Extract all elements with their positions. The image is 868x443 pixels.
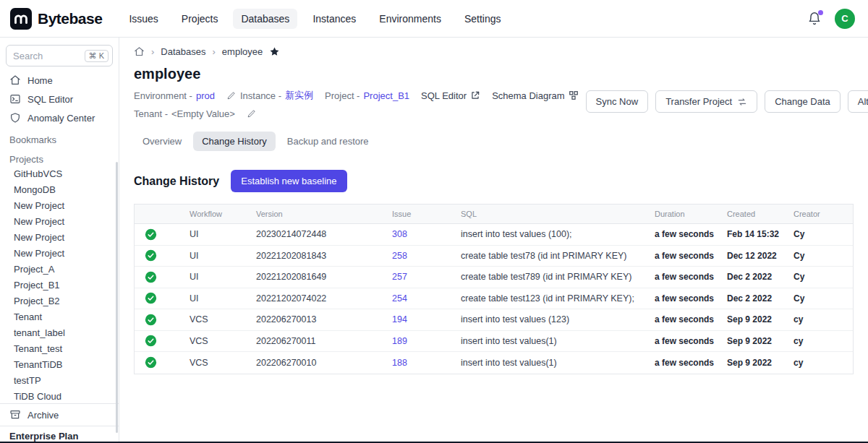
tenant-value: <Empty Value> <box>171 108 235 119</box>
breadcrumb-databases[interactable]: Databases <box>161 46 205 57</box>
created-cell: Dec 2 2022 <box>724 272 791 282</box>
table-row[interactable]: UI20230214072448308insert into test valu… <box>135 224 853 246</box>
created-cell: Dec 12 2022 <box>724 251 791 261</box>
sidebar-project-item[interactable]: New Project <box>0 246 119 262</box>
table-header-cell: SQL <box>458 210 652 218</box>
table-row[interactable]: UI20221202074022254create table test123 … <box>135 288 853 310</box>
tab-overview[interactable]: Overview <box>134 132 190 151</box>
sidebar-project-item[interactable]: New Project <box>0 198 119 214</box>
issue-link[interactable]: 189 <box>389 336 458 346</box>
table-header-cell: Duration <box>652 210 724 218</box>
topbar-right: C <box>807 9 855 29</box>
table-row[interactable]: VCS202206270011189insert into test value… <box>135 331 853 353</box>
sidebar-project-item[interactable]: Project_B2 <box>0 293 119 309</box>
sidebar-project-item[interactable]: TenantTiDB <box>0 357 119 373</box>
sidebar-project-item[interactable]: GitHubVCS <box>0 166 119 182</box>
change-data-button[interactable]: Change Data <box>765 90 841 113</box>
tab-backup-and-restore[interactable]: Backup and restore <box>278 132 378 151</box>
creator-cell: cy <box>791 336 853 346</box>
sidebar-item-sql-editor[interactable]: SQL Editor <box>0 90 119 108</box>
sidebar-scrollbar[interactable] <box>116 162 118 433</box>
sidebar-project-item[interactable]: Project_B1 <box>0 278 119 293</box>
table-header: WorkflowVersionIssueSQLDurationCreatedCr… <box>135 205 853 224</box>
sidebar-project-item[interactable]: Tenant <box>0 309 119 325</box>
project-link[interactable]: Project_B1 <box>363 90 409 101</box>
sql-cell: insert into test values (100); <box>458 229 652 239</box>
table-row[interactable]: VCS202206270010188insert into test value… <box>135 352 853 374</box>
alter-schema-button[interactable]: Alter Schema <box>848 90 868 113</box>
sidebar-item-archive[interactable]: Archive <box>0 403 119 426</box>
sidebar-item-label: SQL Editor <box>27 94 73 105</box>
sql-cell: insert into test values (123) <box>458 314 652 324</box>
table-row[interactable]: UI20221202081649257create table test789 … <box>135 267 853 288</box>
breadcrumb-home-icon[interactable] <box>134 46 145 57</box>
sidebar-project-item[interactable]: testTP <box>0 373 119 389</box>
sidebar-project-item[interactable]: tenant_label <box>0 325 119 341</box>
page-title: employee <box>134 66 854 82</box>
nav-item-environments[interactable]: Environments <box>371 9 449 29</box>
edit-tenant-pencil-icon[interactable] <box>247 109 256 119</box>
sidebar-project-item[interactable]: MongoDB <box>0 182 119 198</box>
bytebase-logo[interactable]: Bytebase <box>10 8 102 30</box>
transfer-arrows-icon <box>737 97 747 107</box>
issue-link[interactable]: 194 <box>389 314 458 324</box>
schema-diagram-icon <box>569 90 579 100</box>
success-check-icon <box>145 314 157 326</box>
meta-line-2: Tenant - <Empty Value> <box>134 108 586 119</box>
projects-section-label: Projects <box>0 147 119 166</box>
instance-link[interactable]: 新实例 <box>285 89 313 102</box>
nav-item-instances[interactable]: Instances <box>305 9 364 29</box>
creator-cell: Cy <box>791 251 853 261</box>
issue-link[interactable]: 257 <box>389 272 458 282</box>
issue-link[interactable]: 308 <box>389 229 458 239</box>
issue-link[interactable]: 258 <box>389 251 458 261</box>
sidebar-item-anomaly-center[interactable]: Anomaly Center <box>0 108 119 127</box>
edit-pencil-icon[interactable] <box>226 91 236 100</box>
sidebar-project-item[interactable]: TiDB Cloud <box>0 389 119 403</box>
sidebar-item-home[interactable]: Home <box>0 71 119 90</box>
nav-item-projects[interactable]: Projects <box>174 9 226 29</box>
success-check-icon <box>145 356 157 369</box>
issue-link[interactable]: 254 <box>389 293 458 304</box>
environment-link[interactable]: prod <box>196 90 215 101</box>
sidebar-project-item[interactable]: Tenant_test <box>0 341 119 357</box>
row-status-cell <box>135 314 187 326</box>
sidebar-project-item[interactable]: Project_A <box>0 262 119 278</box>
table-row[interactable]: UI20221202081843258create table test78 (… <box>135 246 853 267</box>
breadcrumb-separator: › <box>151 46 154 57</box>
table-row[interactable]: VCS202206270013194insert into test value… <box>135 309 853 331</box>
created-cell: Sep 9 2022 <box>724 314 791 324</box>
creator-cell: Cy <box>791 293 853 304</box>
user-avatar[interactable]: C <box>835 9 855 29</box>
search-input[interactable]: Search ⌘ K <box>6 45 113 66</box>
creator-cell: cy <box>791 358 853 368</box>
meta-line-1: Environment - prod Instance - 新实例 Projec… <box>134 89 586 102</box>
creator-cell: Cy <box>791 272 853 282</box>
transfer-project-button[interactable]: Transfer Project <box>655 90 757 113</box>
creator-cell: Cy <box>791 229 853 239</box>
sidebar-project-item[interactable]: New Project <box>0 230 119 246</box>
bytebase-logo-icon <box>10 8 32 30</box>
tab-change-history[interactable]: Change History <box>193 132 276 151</box>
sql-editor-icon <box>9 93 21 105</box>
sync-now-button[interactable]: Sync Now <box>586 90 649 113</box>
sidebar: Search ⌘ K Home SQL Editor Anomaly Cente… <box>0 38 119 443</box>
notifications-button[interactable] <box>807 12 822 26</box>
nav-item-databases[interactable]: Databases <box>233 9 297 29</box>
success-check-icon <box>145 292 157 304</box>
success-check-icon <box>145 271 157 283</box>
table-header-cell: Version <box>253 210 389 218</box>
favorite-star-icon[interactable] <box>269 46 280 57</box>
table-header-cell: Workflow <box>187 210 253 218</box>
table-header-cell: Creator <box>791 210 853 218</box>
issue-link[interactable]: 188 <box>389 358 458 368</box>
nav-item-settings[interactable]: Settings <box>456 9 509 29</box>
breadcrumb-employee[interactable]: employee <box>222 46 263 57</box>
transfer-project-label: Transfer Project <box>665 96 732 107</box>
establish-baseline-button[interactable]: Establish new baseline <box>231 170 346 192</box>
duration-cell: a few seconds <box>652 293 724 304</box>
schema-diagram-shortcut[interactable]: Schema Diagram <box>492 90 578 101</box>
sql-editor-shortcut[interactable]: SQL Editor <box>421 90 480 101</box>
sidebar-project-item[interactable]: New Project <box>0 214 119 230</box>
nav-item-issues[interactable]: Issues <box>121 9 166 29</box>
